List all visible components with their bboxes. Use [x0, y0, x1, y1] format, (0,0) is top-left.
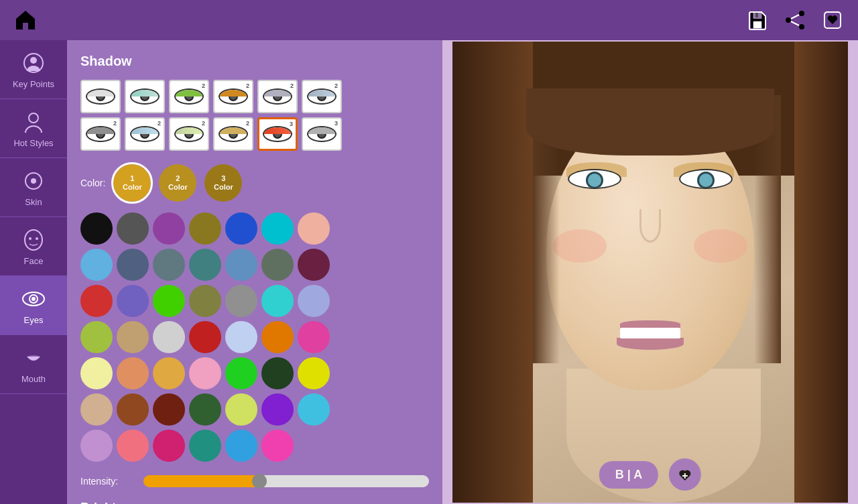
shadow-style-1[interactable] — [80, 80, 121, 113]
svg-point-11 — [29, 113, 38, 123]
svg-point-13 — [31, 178, 36, 184]
palette-color-31[interactable] — [153, 357, 185, 389]
color-btn-1[interactable]: 1Color — [113, 164, 151, 202]
palette-color-43[interactable] — [80, 430, 113, 462]
skin-icon — [20, 168, 47, 194]
palette-color-8[interactable] — [80, 249, 113, 281]
svg-point-4 — [786, 17, 791, 23]
palette-color-1[interactable] — [80, 212, 113, 245]
palette-color-4[interactable] — [189, 212, 221, 245]
share-button[interactable] — [783, 8, 807, 32]
sidebar-item-eyes[interactable]: Eyes — [0, 276, 67, 335]
palette-color-45[interactable] — [153, 430, 185, 462]
style-badge: 2 — [202, 120, 205, 127]
palette-color-13[interactable] — [261, 249, 294, 281]
palette-color-24[interactable] — [153, 321, 185, 353]
shadow-style-12[interactable]: 3 — [302, 117, 342, 151]
shadow-style-10[interactable]: 2 — [213, 117, 253, 151]
mouth-icon — [20, 344, 47, 371]
palette-color-5[interactable] — [225, 212, 257, 245]
color-btn-3[interactable]: 3Color — [204, 164, 242, 202]
palette-color-39[interactable] — [189, 393, 221, 426]
style-badge: 3 — [290, 121, 293, 127]
palette-color-26[interactable] — [225, 321, 257, 353]
color-selector-row: Color: 1Color 2Color 3Color — [80, 164, 429, 202]
palette-color-37[interactable] — [117, 393, 149, 426]
favorites-button[interactable] — [820, 8, 845, 32]
face-photo — [452, 42, 848, 503]
palette-color-47[interactable] — [225, 430, 257, 462]
palette-color-42[interactable] — [298, 393, 330, 426]
palette-color-20[interactable] — [261, 285, 294, 317]
palette-color-30[interactable] — [117, 357, 149, 389]
palette-color-38[interactable] — [153, 393, 185, 426]
shadow-style-7[interactable]: 2 — [80, 117, 121, 151]
shadow-style-5[interactable]: 2 — [257, 80, 298, 113]
palette-color-23[interactable] — [117, 321, 149, 353]
sidebar-item-mouth[interactable]: Mouth — [0, 335, 67, 394]
svg-point-19 — [32, 297, 36, 301]
svg-rect-1 — [753, 12, 762, 19]
palette-color-18[interactable] — [189, 285, 221, 317]
palette-color-41[interactable] — [261, 393, 294, 426]
palette-color-12[interactable] — [225, 249, 257, 281]
color-btn-2[interactable]: 2Color — [159, 164, 196, 202]
palette-color-17[interactable] — [153, 285, 185, 317]
palette-color-27[interactable] — [261, 321, 294, 353]
shadow-style-6[interactable]: 2 — [302, 80, 342, 113]
palette-color-35[interactable] — [298, 357, 330, 389]
palette-color-21[interactable] — [298, 285, 330, 317]
palette-color-16[interactable] — [117, 285, 149, 317]
sidebar-item-skin[interactable]: Skin — [0, 158, 67, 217]
style-badge: 2 — [158, 120, 161, 127]
face-icon — [20, 227, 47, 253]
shadow-style-3[interactable]: 2 — [169, 80, 209, 113]
svg-point-5 — [799, 24, 804, 29]
hot-styles-icon — [20, 109, 47, 135]
home-button[interactable] — [13, 8, 38, 32]
intensity-slider[interactable] — [143, 475, 429, 487]
palette-color-33[interactable] — [225, 357, 257, 389]
palette-color-44[interactable] — [117, 430, 149, 462]
shadow-style-9[interactable]: 2 — [169, 117, 209, 151]
sidebar-item-hot-styles[interactable]: Hot Styles — [0, 99, 67, 158]
palette-color-11[interactable] — [189, 249, 221, 281]
shadow-style-2[interactable] — [125, 80, 165, 113]
style-badge: 2 — [202, 82, 205, 89]
palette-color-32[interactable] — [189, 357, 221, 389]
palette-color-9[interactable] — [117, 249, 149, 281]
shadow-style-4[interactable]: 2 — [213, 80, 253, 113]
palette-color-34[interactable] — [261, 357, 294, 389]
palette-color-2[interactable] — [117, 212, 149, 245]
palette-color-10[interactable] — [153, 249, 185, 281]
shadow-style-8[interactable]: 2 — [125, 117, 165, 151]
section-title: Shadow — [80, 54, 429, 69]
save-button[interactable] — [745, 8, 770, 32]
shadow-style-11[interactable]: 3 — [257, 117, 298, 151]
palette-color-7[interactable] — [298, 212, 330, 245]
add-favorite-button[interactable] — [669, 458, 701, 491]
before-after-button[interactable]: B | A — [599, 461, 658, 489]
svg-point-3 — [799, 11, 804, 16]
sidebar-item-label: Hot Styles — [13, 138, 53, 148]
sidebar: Key Points Hot Styles Skin — [0, 40, 67, 504]
palette-color-22[interactable] — [80, 321, 113, 353]
palette-color-25[interactable] — [189, 321, 221, 353]
palette-color-14[interactable] — [298, 249, 330, 281]
eyes-icon — [20, 286, 47, 312]
sidebar-item-key-points[interactable]: Key Points — [0, 40, 67, 99]
sidebar-item-face[interactable]: Face — [0, 217, 67, 276]
palette-color-48[interactable] — [261, 430, 294, 462]
palette-color-19[interactable] — [225, 285, 257, 317]
style-badge: 3 — [334, 120, 338, 127]
palette-color-40[interactable] — [225, 393, 257, 426]
palette-color-6[interactable] — [261, 212, 294, 245]
palette-color-29[interactable] — [80, 357, 113, 389]
sidebar-item-label: Key Points — [13, 79, 54, 89]
palette-color-28[interactable] — [298, 321, 330, 353]
photo-bottom-bar: B | A — [599, 458, 701, 491]
palette-color-15[interactable] — [80, 285, 113, 317]
palette-color-46[interactable] — [189, 430, 221, 462]
palette-color-36[interactable] — [80, 393, 113, 426]
palette-color-3[interactable] — [153, 212, 185, 245]
